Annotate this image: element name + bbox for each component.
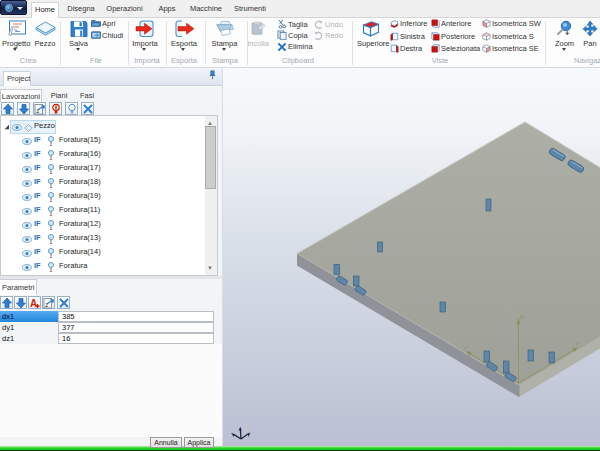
- svg-text:z: z: [238, 417, 241, 423]
- svg-text:z: z: [36, 107, 39, 114]
- svg-text:x: x: [228, 425, 231, 431]
- svg-text:A: A: [30, 298, 37, 309]
- svg-text:z: z: [45, 301, 48, 308]
- svg-text:y: y: [250, 424, 253, 430]
